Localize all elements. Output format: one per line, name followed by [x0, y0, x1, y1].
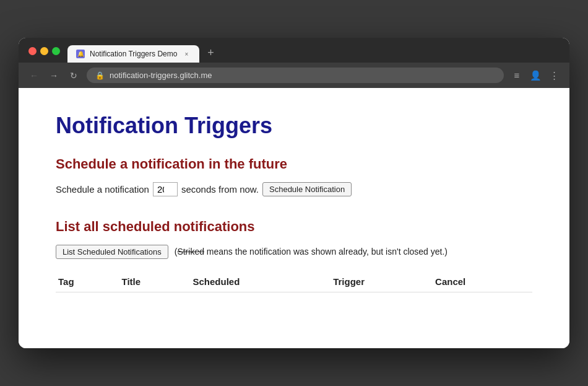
- active-tab[interactable]: Notification Triggers Demo ×: [67, 45, 199, 63]
- col-cancel: Cancel: [433, 271, 532, 292]
- schedule-label-before: Schedule a notification: [56, 184, 149, 195]
- tab-close-button[interactable]: ×: [182, 50, 191, 58]
- address-bar: ← → ↻ 🔒 notification-triggers.glitch.me …: [19, 63, 569, 88]
- title-bar: Notification Triggers Demo × +: [19, 38, 569, 63]
- close-button[interactable]: [28, 47, 37, 55]
- col-tag: Tag: [56, 271, 119, 292]
- striked-text: Striked: [177, 247, 204, 257]
- table-header-row: Tag Title Scheduled Trigger Cancel: [56, 271, 532, 292]
- schedule-notification-button[interactable]: Schedule Notification: [262, 182, 352, 196]
- maximize-button[interactable]: [52, 47, 60, 55]
- schedule-heading: Schedule a notification in the future: [56, 156, 532, 172]
- url-text: notification-triggers.glitch.me: [110, 71, 212, 80]
- lock-icon: 🔒: [95, 71, 105, 80]
- list-scheduled-notifications-button[interactable]: List Scheduled Notifications: [56, 245, 168, 259]
- traffic-lights: [28, 47, 60, 63]
- tab-favicon-icon: [76, 50, 85, 58]
- col-title: Title: [119, 271, 191, 292]
- browser-window: Notification Triggers Demo × + ← → ↻ 🔒 n…: [19, 38, 569, 348]
- profile-icon[interactable]: 👤: [529, 70, 542, 81]
- list-row: List Scheduled Notifications (Striked me…: [56, 245, 532, 259]
- seconds-input[interactable]: [153, 182, 178, 196]
- list-heading: List all scheduled notifications: [56, 219, 532, 235]
- page-title: Notification Triggers: [56, 113, 532, 139]
- new-tab-button[interactable]: +: [202, 44, 219, 61]
- page-content: Notification Triggers Schedule a notific…: [19, 88, 569, 348]
- col-scheduled: Scheduled: [190, 271, 331, 292]
- forward-button[interactable]: →: [47, 71, 61, 81]
- menu-icon[interactable]: ⋮: [547, 70, 561, 81]
- tabs-row: Notification Triggers Demo × +: [67, 44, 560, 63]
- reload-button[interactable]: ↻: [67, 71, 80, 81]
- tab-title: Notification Triggers Demo: [90, 50, 177, 58]
- strike-note-rest: means the notification was shown already…: [204, 247, 447, 257]
- strike-note: (Striked means the notification was show…: [175, 247, 447, 257]
- minimize-button[interactable]: [40, 47, 48, 55]
- notifications-table: Tag Title Scheduled Trigger Cancel: [56, 271, 532, 292]
- url-bar[interactable]: 🔒 notification-triggers.glitch.me: [87, 68, 504, 83]
- address-bar-actions: ≡ 👤 ⋮: [510, 70, 561, 81]
- schedule-row: Schedule a notification seconds from now…: [56, 182, 532, 196]
- table-head: Tag Title Scheduled Trigger Cancel: [56, 271, 532, 292]
- schedule-label-after: seconds from now.: [181, 184, 259, 195]
- col-trigger: Trigger: [331, 271, 433, 292]
- back-button[interactable]: ←: [27, 71, 41, 81]
- extensions-icon[interactable]: ≡: [510, 70, 524, 81]
